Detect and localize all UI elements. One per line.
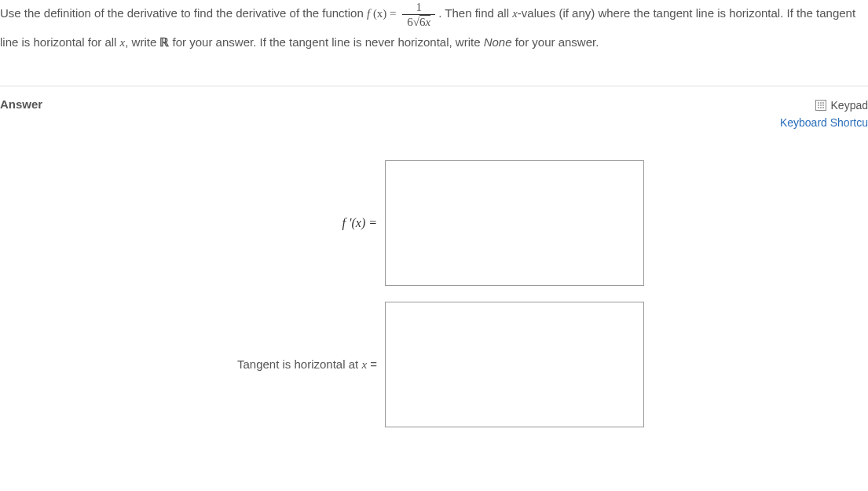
svg-point-3 (822, 102, 824, 104)
real-symbol: ℝ (159, 36, 169, 49)
keypad-button[interactable]: Keypad (815, 97, 868, 113)
fraction-expr: 1 6√6x (402, 0, 435, 29)
fprime-row: f ′(x) = (0, 160, 644, 286)
question-part2: . Then find all (438, 6, 512, 20)
keypad-label: Keypad (831, 99, 868, 112)
question-part5: for your answer. If the tangent line is … (169, 35, 483, 49)
fx-symbol: f (367, 7, 373, 20)
answer-label: Answer (0, 97, 42, 111)
fx-paren: (x) = (373, 7, 399, 20)
keyboard-shortcut-link[interactable]: Keyboard Shortcu (780, 116, 868, 129)
fraction-denominator: 6√6x (402, 15, 435, 29)
svg-point-5 (820, 104, 822, 106)
fraction-numerator: 1 (402, 0, 435, 15)
question-part1: Use the definition of the derivative to … (0, 6, 367, 20)
question-text-block: Use the definition of the derivative to … (0, 0, 868, 71)
tangent-input[interactable] (385, 302, 644, 427)
right-controls: Keypad Keyboard Shortcu (780, 97, 868, 129)
svg-point-8 (820, 107, 822, 108)
tangent-label: Tangent is horizontal at x = (0, 357, 377, 372)
answer-header-row: Answer Keypad Keyboard Shortcu (0, 97, 868, 129)
svg-point-4 (818, 104, 819, 106)
inputs-area: f ′(x) = Tangent is horizontal at x = (0, 160, 868, 427)
question-part6: for your answer. (512, 35, 599, 49)
svg-point-7 (818, 107, 819, 108)
question-part4: , write (125, 35, 159, 49)
section-divider (0, 86, 868, 86)
svg-point-2 (820, 102, 822, 104)
none-word: None (484, 35, 512, 49)
svg-point-1 (818, 102, 819, 104)
keypad-icon (815, 100, 826, 111)
tangent-row: Tangent is horizontal at x = (0, 302, 644, 427)
fprime-input[interactable] (385, 160, 644, 286)
svg-point-9 (822, 107, 824, 108)
svg-point-6 (822, 104, 824, 106)
fprime-label: f ′(x) = (0, 216, 377, 230)
x-var: x (512, 7, 518, 20)
